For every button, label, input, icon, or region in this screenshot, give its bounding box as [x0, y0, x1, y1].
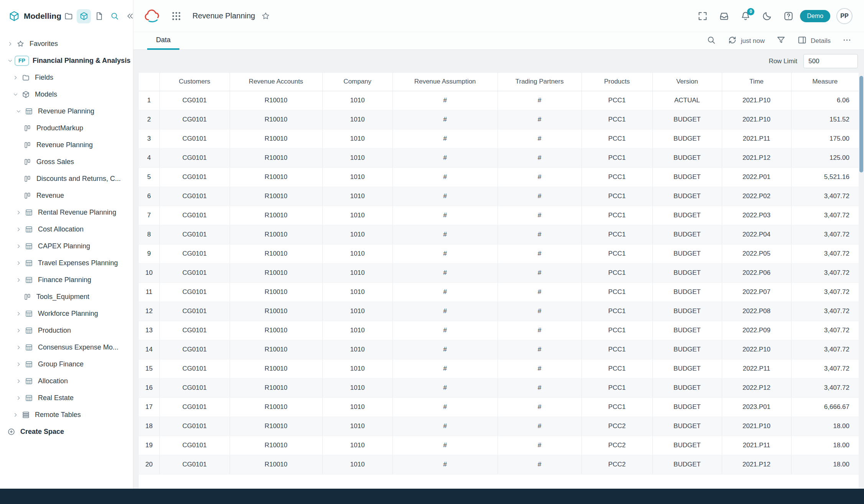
tree-item-cost-allocation[interactable]: Cost Allocation: [0, 221, 133, 238]
tree-item-revenue-planning[interactable]: Revenue Planning: [0, 136, 133, 153]
table-row[interactable]: 15CG0101R100101010##PCC1BUDGET2022.P113,…: [139, 359, 859, 378]
chevron-right-icon[interactable]: [14, 243, 23, 249]
column-header-customers[interactable]: Customers: [159, 73, 230, 91]
chevron-right-icon[interactable]: [14, 345, 23, 350]
column-header-company[interactable]: Company: [322, 73, 393, 91]
tree-item-group-finance[interactable]: Group Finance: [0, 356, 133, 373]
chevron-right-icon[interactable]: [14, 311, 23, 317]
tree-item-models[interactable]: Models: [0, 86, 133, 103]
chevron-right-icon[interactable]: [14, 260, 23, 266]
chevron-right-icon[interactable]: [5, 41, 15, 47]
model-icon: [23, 360, 34, 368]
favorite-star-icon[interactable]: [261, 11, 270, 21]
column-header-revenue-assumption[interactable]: Revenue Assumption: [393, 73, 498, 91]
scrollbar-thumb[interactable]: [859, 76, 863, 172]
details-button[interactable]: Details: [797, 35, 831, 47]
table-row[interactable]: 3CG0101R100101010##PCC1BUDGET2021.P11175…: [139, 129, 859, 148]
tree-item-label: Allocation: [38, 377, 68, 385]
tree-item-workforce-planning[interactable]: Workforce Planning: [0, 305, 133, 322]
chevron-right-icon[interactable]: [14, 395, 23, 401]
table-row[interactable]: 14CG0101R100101010##PCC1BUDGET2022.P103,…: [139, 340, 859, 359]
chevron-right-icon[interactable]: [14, 277, 23, 283]
tree-item-favorites[interactable]: Favorites: [0, 35, 133, 52]
chevron-right-icon[interactable]: [11, 412, 20, 418]
collapse-sidebar-icon[interactable]: [123, 9, 133, 23]
file-view-icon[interactable]: [92, 9, 106, 23]
notifications-icon[interactable]: 0: [740, 11, 751, 21]
tree-item-rental-revenue-planning[interactable]: Rental Revenue Planning: [0, 204, 133, 221]
tree-item-real-estate[interactable]: Real Estate: [0, 389, 133, 406]
filter-button[interactable]: [776, 35, 786, 47]
dark-mode-icon[interactable]: [762, 11, 772, 21]
table-row[interactable]: 7CG0101R100101010##PCC1BUDGET2022.P033,4…: [139, 206, 859, 225]
chevron-right-icon[interactable]: [14, 361, 23, 367]
table-row[interactable]: 1CG0101R100101010##PCC1ACTUAL2021.P106.0…: [139, 91, 859, 110]
folder-view-icon[interactable]: [61, 9, 76, 23]
chevron-right-icon[interactable]: [14, 328, 23, 333]
row-number: 5: [139, 167, 159, 187]
chevron-down-icon[interactable]: [14, 108, 23, 114]
tree-item-revenue[interactable]: Revenue: [0, 187, 133, 204]
fullscreen-icon[interactable]: [697, 11, 708, 21]
app-logo[interactable]: [143, 9, 161, 23]
table-row[interactable]: 12CG0101R100101010##PCC1BUDGET2022.P083,…: [139, 302, 859, 321]
help-icon[interactable]: [783, 11, 794, 21]
row-limit-input[interactable]: [803, 54, 858, 68]
column-header-revenue-accounts[interactable]: Revenue Accounts: [230, 73, 322, 91]
chevron-down-icon[interactable]: [11, 92, 20, 97]
tree-item-production[interactable]: Production: [0, 322, 133, 339]
chevron-down-icon[interactable]: [5, 58, 15, 64]
tree-item-finance-planning[interactable]: Finance Planning: [0, 271, 133, 288]
column-header-measure[interactable]: Measure: [791, 73, 859, 91]
table-row[interactable]: 16CG0101R100101010##PCC1BUDGET2022.P123,…: [139, 378, 859, 397]
tree-item-allocation[interactable]: Allocation: [0, 373, 133, 389]
column-header-time[interactable]: Time: [722, 73, 791, 91]
tree-item-revenue-planning[interactable]: Revenue Planning: [0, 103, 133, 120]
tree-item-financial-planning-analysis[interactable]: FPFinancial Planning & Analysis: [0, 52, 133, 69]
tree-item-productmarkup[interactable]: ProductMarkup: [0, 120, 133, 136]
tree-item-remote-tables[interactable]: Remote Tables: [0, 406, 133, 423]
tree-item-consensus-expense-mo[interactable]: Consensus Expense Mo...: [0, 339, 133, 356]
table-row[interactable]: 17CG0101R100101010##PCC1BUDGET2023.P016,…: [139, 397, 859, 417]
tree-item-discounts-and-returns-c[interactable]: Discounts and Returns, C...: [0, 170, 133, 187]
tree-item-travel-expenses-planning[interactable]: Travel Expenses Planning: [0, 254, 133, 271]
cell-version: BUDGET: [652, 225, 722, 244]
column-header-products[interactable]: Products: [581, 73, 652, 91]
tree-item-tools-equipment[interactable]: Tools_Equipment: [0, 288, 133, 305]
tree-item-gross-sales[interactable]: Gross Sales: [0, 153, 133, 170]
chevron-right-icon[interactable]: [11, 75, 20, 80]
chevron-right-icon[interactable]: [14, 227, 23, 232]
table-row[interactable]: 8CG0101R100101010##PCC1BUDGET2022.P043,4…: [139, 225, 859, 244]
vertical-scrollbar[interactable]: [859, 73, 864, 489]
column-header-trading-partners[interactable]: Trading Partners: [498, 73, 581, 91]
app-launcher-icon[interactable]: [171, 11, 182, 21]
demo-badge[interactable]: Demo: [800, 10, 830, 22]
more-options-button[interactable]: [842, 35, 852, 47]
table-row[interactable]: 5CG0101R100101010##PCC1BUDGET2022.P015,5…: [139, 167, 859, 187]
table-row[interactable]: 18CG0101R100101010##PCC2BUDGET2021.P1018…: [139, 417, 859, 436]
tree-item-create-space[interactable]: Create Space: [0, 423, 133, 440]
chevron-right-icon[interactable]: [14, 210, 23, 215]
chevron-right-icon[interactable]: [14, 378, 23, 384]
cell-company: 1010: [322, 378, 393, 397]
avatar[interactable]: PP: [836, 8, 853, 24]
tree-item-capex-planning[interactable]: CAPEX Planning: [0, 238, 133, 254]
inbox-icon[interactable]: [719, 11, 729, 21]
column-header-version[interactable]: Version: [652, 73, 722, 91]
table-row[interactable]: 19CG0101R100101010##PCC2BUDGET2021.P1118…: [139, 436, 859, 455]
refresh-button[interactable]: just now: [728, 35, 765, 47]
table-row[interactable]: 4CG0101R100101010##PCC1BUDGET2021.P12125…: [139, 148, 859, 167]
sidebar-search-icon[interactable]: [107, 9, 122, 23]
table-row[interactable]: 20CG0101R100101010##PCC2BUDGET2021.P1218…: [139, 455, 859, 474]
table-search-button[interactable]: [706, 35, 716, 47]
table-row[interactable]: 2CG0101R100101010##PCC1BUDGET2021.P10151…: [139, 110, 859, 129]
table-row[interactable]: 13CG0101R100101010##PCC1BUDGET2022.P093,…: [139, 321, 859, 340]
cell-version: BUDGET: [652, 110, 722, 129]
model-view-icon[interactable]: [77, 9, 91, 23]
tab-data[interactable]: Data: [147, 32, 179, 50]
table-row[interactable]: 11CG0101R100101010##PCC1BUDGET2022.P073,…: [139, 282, 859, 302]
table-row[interactable]: 10CG0101R100101010##PCC1BUDGET2022.P063,…: [139, 263, 859, 282]
tree-item-fields[interactable]: Fields: [0, 69, 133, 86]
table-row[interactable]: 6CG0101R100101010##PCC1BUDGET2022.P023,4…: [139, 187, 859, 206]
table-row[interactable]: 9CG0101R100101010##PCC1BUDGET2022.P053,4…: [139, 244, 859, 263]
